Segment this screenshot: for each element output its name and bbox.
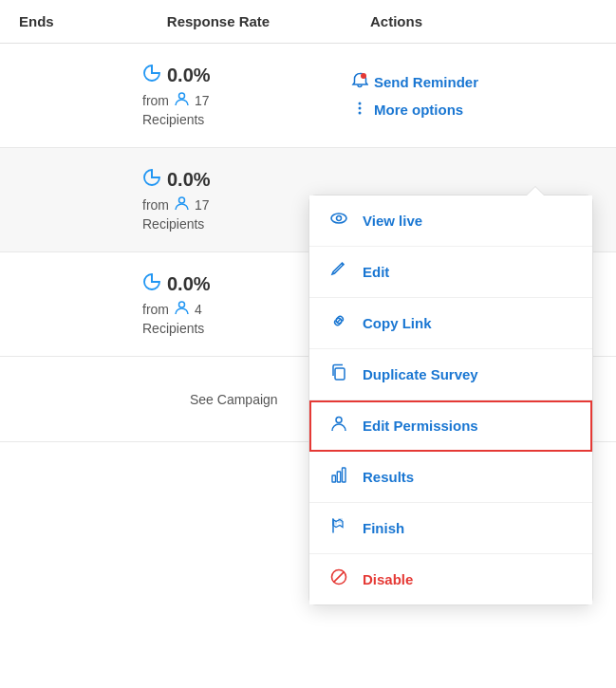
from-line-1: from 17 — [142, 91, 210, 110]
bell-icon — [351, 72, 368, 92]
pie-chart-icon — [142, 64, 161, 87]
chart-icon — [328, 465, 349, 489]
pencil-icon — [328, 260, 349, 284]
svg-rect-14 — [332, 520, 337, 525]
table-area: Ends Response Rate Actions 0.0% from — [0, 0, 616, 688]
from-line-3: from 4 — [142, 300, 202, 319]
cell-actions-1: Send Reminder More options — [313, 72, 616, 120]
from-label-2: from — [142, 197, 169, 213]
rate-line-3: 0.0% — [142, 272, 211, 296]
user-icon-3 — [174, 300, 190, 319]
table-header: Ends Response Rate Actions — [0, 0, 616, 44]
menu-label-finish: Finish — [363, 520, 404, 536]
menu-label-view-live: View live — [363, 213, 422, 229]
duplicate-icon — [328, 363, 349, 386]
more-options-button[interactable]: More options — [351, 100, 463, 120]
menu-label-disable: Disable — [363, 571, 413, 587]
menu-label-edit-permissions: Edit Permissions — [363, 418, 478, 434]
svg-point-6 — [179, 302, 185, 307]
send-reminder-label: Send Reminder — [374, 74, 478, 90]
svg-rect-11 — [332, 475, 336, 482]
link-icon — [328, 311, 349, 335]
pie-chart-icon-3 — [142, 272, 161, 296]
svg-point-5 — [179, 197, 185, 203]
svg-point-8 — [337, 216, 342, 221]
cell-response-1: 0.0% from 17 Recipients — [123, 64, 313, 127]
menu-item-copy-link[interactable]: Copy Link — [309, 298, 592, 349]
menu-label-copy-link: Copy Link — [363, 315, 432, 331]
menu-item-view-live[interactable]: View live — [309, 195, 592, 247]
cell-response-2: 0.0% from 17 Recipients — [123, 168, 313, 232]
recipients-count-2: 17 — [195, 197, 210, 213]
recipients-text-1: Recipients — [142, 112, 204, 127]
recipients-text-2: Recipients — [142, 216, 204, 232]
cell-response-3: 0.0% from 4 Recipients — [123, 272, 313, 336]
more-options-label: More options — [374, 102, 463, 118]
user-icon-1 — [174, 91, 190, 110]
recipients-count-3: 4 — [195, 302, 202, 317]
from-label-3: from — [142, 302, 169, 317]
dropdown-menu: View live Edit Copy Link — [308, 195, 593, 605]
menu-label-edit: Edit — [363, 264, 389, 280]
header-actions: Actions — [313, 13, 616, 29]
rate-line-2: 0.0% — [142, 168, 211, 192]
svg-rect-13 — [343, 468, 346, 482]
menu-item-disable[interactable]: Disable — [309, 554, 592, 604]
recipients-count-1: 17 — [195, 93, 210, 108]
svg-point-10 — [336, 418, 342, 423]
from-line-2: from 17 — [142, 195, 210, 214]
dots-icon — [351, 100, 368, 120]
svg-point-4 — [359, 111, 362, 114]
header-response: Response Rate — [123, 13, 313, 29]
menu-label-results: Results — [363, 469, 414, 485]
menu-label-duplicate-survey: Duplicate Survey — [363, 366, 478, 382]
svg-line-17 — [333, 571, 344, 582]
svg-rect-9 — [335, 368, 345, 380]
menu-item-edit[interactable]: Edit — [309, 247, 592, 298]
menu-item-duplicate-survey[interactable]: Duplicate Survey — [309, 349, 592, 400]
svg-point-0 — [179, 93, 185, 99]
eye-icon — [328, 209, 349, 232]
svg-point-7 — [331, 214, 346, 223]
svg-rect-15 — [338, 518, 343, 523]
table-row: 0.0% from 17 Recipients — [0, 44, 616, 148]
pie-chart-icon-2 — [142, 168, 161, 192]
rate-value-1: 0.0% — [167, 65, 211, 86]
menu-item-finish[interactable]: Finish — [309, 503, 592, 554]
from-label-1: from — [142, 93, 169, 108]
person-icon — [328, 414, 349, 437]
send-reminder-button[interactable]: Send Reminder — [351, 72, 478, 92]
menu-item-results[interactable]: Results — [309, 452, 592, 503]
header-ends: Ends — [0, 13, 123, 29]
see-campaign-text: See Campaign — [0, 392, 278, 407]
svg-point-1 — [361, 73, 366, 79]
svg-rect-12 — [337, 472, 341, 482]
recipients-text-3: Recipients — [142, 321, 204, 336]
rate-line-1: 0.0% — [142, 64, 211, 87]
menu-item-edit-permissions[interactable]: Edit Permissions — [309, 400, 592, 452]
rate-value-2: 0.0% — [167, 169, 211, 191]
svg-point-2 — [359, 102, 362, 104]
disable-icon — [328, 567, 349, 591]
rate-value-3: 0.0% — [167, 273, 211, 295]
svg-point-3 — [359, 106, 362, 109]
flag-icon — [328, 516, 349, 540]
user-icon-2 — [174, 195, 190, 214]
